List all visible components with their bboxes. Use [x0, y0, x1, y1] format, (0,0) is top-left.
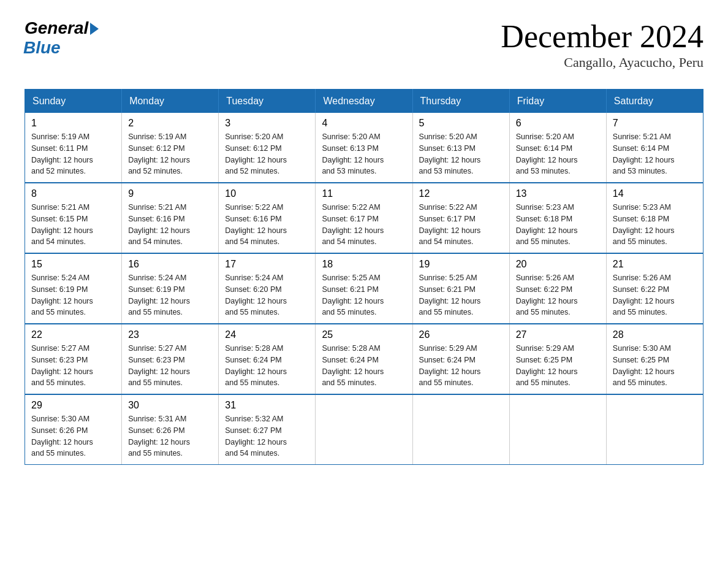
- day-number: 12: [419, 188, 503, 199]
- calendar-empty-cell: [509, 394, 606, 465]
- calendar-day-cell: 6Sunrise: 5:20 AM Sunset: 6:14 PM Daylig…: [509, 113, 606, 183]
- calendar-week-row: 1Sunrise: 5:19 AM Sunset: 6:11 PM Daylig…: [25, 113, 703, 183]
- calendar-day-cell: 28Sunrise: 5:30 AM Sunset: 6:25 PM Dayli…: [606, 324, 703, 394]
- day-number: 7: [613, 118, 697, 129]
- calendar-empty-cell: [316, 394, 412, 465]
- day-info: Sunrise: 5:31 AM Sunset: 6:26 PM Dayligh…: [128, 413, 212, 459]
- calendar-week-row: 29Sunrise: 5:30 AM Sunset: 6:26 PM Dayli…: [25, 394, 703, 465]
- day-info: Sunrise: 5:19 AM Sunset: 6:12 PM Dayligh…: [128, 131, 212, 177]
- logo-arrow-icon: [90, 23, 99, 35]
- day-info: Sunrise: 5:30 AM Sunset: 6:25 PM Dayligh…: [613, 343, 697, 389]
- day-info: Sunrise: 5:22 AM Sunset: 6:17 PM Dayligh…: [322, 202, 406, 248]
- calendar-day-cell: 17Sunrise: 5:24 AM Sunset: 6:20 PM Dayli…: [219, 253, 316, 324]
- day-info: Sunrise: 5:29 AM Sunset: 6:25 PM Dayligh…: [516, 343, 600, 389]
- calendar-day-cell: 4Sunrise: 5:20 AM Sunset: 6:13 PM Daylig…: [316, 113, 412, 183]
- day-number: 8: [31, 188, 115, 199]
- calendar-day-cell: 13Sunrise: 5:23 AM Sunset: 6:18 PM Dayli…: [509, 183, 606, 253]
- calendar-day-cell: 23Sunrise: 5:27 AM Sunset: 6:23 PM Dayli…: [122, 324, 219, 394]
- day-number: 6: [516, 118, 600, 129]
- calendar-empty-cell: [412, 394, 509, 465]
- calendar-day-cell: 14Sunrise: 5:23 AM Sunset: 6:18 PM Dayli…: [606, 183, 703, 253]
- calendar-day-cell: 5Sunrise: 5:20 AM Sunset: 6:13 PM Daylig…: [412, 113, 509, 183]
- calendar-day-cell: 15Sunrise: 5:24 AM Sunset: 6:19 PM Dayli…: [25, 253, 122, 324]
- calendar-day-cell: 20Sunrise: 5:26 AM Sunset: 6:22 PM Dayli…: [509, 253, 606, 324]
- day-number: 3: [225, 118, 309, 129]
- logo-blue-text: Blue: [23, 38, 61, 58]
- calendar-day-cell: 30Sunrise: 5:31 AM Sunset: 6:26 PM Dayli…: [122, 394, 219, 465]
- day-number: 10: [225, 188, 309, 199]
- logo: General Blue: [25, 18, 99, 58]
- header-sunday: Sunday: [25, 90, 122, 113]
- logo-general-text: General: [25, 18, 88, 38]
- calendar-day-cell: 11Sunrise: 5:22 AM Sunset: 6:17 PM Dayli…: [316, 183, 412, 253]
- day-info: Sunrise: 5:28 AM Sunset: 6:24 PM Dayligh…: [322, 343, 406, 389]
- day-number: 31: [225, 400, 309, 411]
- day-number: 15: [31, 259, 115, 270]
- day-info: Sunrise: 5:21 AM Sunset: 6:14 PM Dayligh…: [613, 131, 697, 177]
- day-number: 22: [31, 329, 115, 340]
- calendar-week-row: 22Sunrise: 5:27 AM Sunset: 6:23 PM Dayli…: [25, 324, 703, 394]
- day-number: 28: [613, 329, 697, 340]
- day-number: 5: [419, 118, 503, 129]
- header-saturday: Saturday: [606, 90, 703, 113]
- day-info: Sunrise: 5:20 AM Sunset: 6:13 PM Dayligh…: [419, 131, 503, 177]
- day-number: 11: [322, 188, 406, 199]
- day-number: 1: [31, 118, 115, 129]
- day-number: 30: [128, 400, 212, 411]
- calendar-day-cell: 1Sunrise: 5:19 AM Sunset: 6:11 PM Daylig…: [25, 113, 122, 183]
- day-info: Sunrise: 5:32 AM Sunset: 6:27 PM Dayligh…: [225, 413, 309, 459]
- day-number: 17: [225, 259, 309, 270]
- day-number: 9: [128, 188, 212, 199]
- calendar-day-cell: 22Sunrise: 5:27 AM Sunset: 6:23 PM Dayli…: [25, 324, 122, 394]
- day-info: Sunrise: 5:27 AM Sunset: 6:23 PM Dayligh…: [128, 343, 212, 389]
- day-info: Sunrise: 5:20 AM Sunset: 6:12 PM Dayligh…: [225, 131, 309, 177]
- calendar-day-cell: 18Sunrise: 5:25 AM Sunset: 6:21 PM Dayli…: [316, 253, 412, 324]
- day-info: Sunrise: 5:29 AM Sunset: 6:24 PM Dayligh…: [419, 343, 503, 389]
- calendar-day-cell: 25Sunrise: 5:28 AM Sunset: 6:24 PM Dayli…: [316, 324, 412, 394]
- header-wednesday: Wednesday: [316, 90, 412, 113]
- day-info: Sunrise: 5:24 AM Sunset: 6:19 PM Dayligh…: [128, 272, 212, 318]
- calendar-header-row: SundayMondayTuesdayWednesdayThursdayFrid…: [25, 90, 703, 113]
- day-number: 18: [322, 259, 406, 270]
- day-info: Sunrise: 5:20 AM Sunset: 6:14 PM Dayligh…: [516, 131, 600, 177]
- day-number: 23: [128, 329, 212, 340]
- header-monday: Monday: [122, 90, 219, 113]
- header-thursday: Thursday: [412, 90, 509, 113]
- day-number: 21: [613, 259, 697, 270]
- day-number: 29: [31, 400, 115, 411]
- header-friday: Friday: [509, 90, 606, 113]
- calendar-table: SundayMondayTuesdayWednesdayThursdayFrid…: [25, 89, 703, 465]
- main-title: December 2024: [501, 18, 703, 55]
- calendar-day-cell: 26Sunrise: 5:29 AM Sunset: 6:24 PM Dayli…: [412, 324, 509, 394]
- day-number: 16: [128, 259, 212, 270]
- day-info: Sunrise: 5:24 AM Sunset: 6:19 PM Dayligh…: [31, 272, 115, 318]
- calendar-week-row: 8Sunrise: 5:21 AM Sunset: 6:15 PM Daylig…: [25, 183, 703, 253]
- subtitle: Cangallo, Ayacucho, Peru: [501, 55, 703, 71]
- header-tuesday: Tuesday: [219, 90, 316, 113]
- calendar-day-cell: 2Sunrise: 5:19 AM Sunset: 6:12 PM Daylig…: [122, 113, 219, 183]
- day-number: 25: [322, 329, 406, 340]
- day-info: Sunrise: 5:24 AM Sunset: 6:20 PM Dayligh…: [225, 272, 309, 318]
- calendar-day-cell: 7Sunrise: 5:21 AM Sunset: 6:14 PM Daylig…: [606, 113, 703, 183]
- day-number: 24: [225, 329, 309, 340]
- calendar-day-cell: 24Sunrise: 5:28 AM Sunset: 6:24 PM Dayli…: [219, 324, 316, 394]
- calendar-day-cell: 10Sunrise: 5:22 AM Sunset: 6:16 PM Dayli…: [219, 183, 316, 253]
- day-number: 27: [516, 329, 600, 340]
- calendar-day-cell: 16Sunrise: 5:24 AM Sunset: 6:19 PM Dayli…: [122, 253, 219, 324]
- day-number: 2: [128, 118, 212, 129]
- day-info: Sunrise: 5:23 AM Sunset: 6:18 PM Dayligh…: [516, 202, 600, 248]
- calendar-day-cell: 27Sunrise: 5:29 AM Sunset: 6:25 PM Dayli…: [509, 324, 606, 394]
- title-section: December 2024 Cangallo, Ayacucho, Peru: [501, 18, 703, 71]
- day-info: Sunrise: 5:25 AM Sunset: 6:21 PM Dayligh…: [419, 272, 503, 318]
- calendar-day-cell: 9Sunrise: 5:21 AM Sunset: 6:16 PM Daylig…: [122, 183, 219, 253]
- day-info: Sunrise: 5:23 AM Sunset: 6:18 PM Dayligh…: [613, 202, 697, 248]
- day-info: Sunrise: 5:21 AM Sunset: 6:16 PM Dayligh…: [128, 202, 212, 248]
- calendar-day-cell: 12Sunrise: 5:22 AM Sunset: 6:17 PM Dayli…: [412, 183, 509, 253]
- day-info: Sunrise: 5:21 AM Sunset: 6:15 PM Dayligh…: [31, 202, 115, 248]
- day-info: Sunrise: 5:19 AM Sunset: 6:11 PM Dayligh…: [31, 131, 115, 177]
- day-info: Sunrise: 5:26 AM Sunset: 6:22 PM Dayligh…: [516, 272, 600, 318]
- day-number: 13: [516, 188, 600, 199]
- day-info: Sunrise: 5:20 AM Sunset: 6:13 PM Dayligh…: [322, 131, 406, 177]
- day-info: Sunrise: 5:26 AM Sunset: 6:22 PM Dayligh…: [613, 272, 697, 318]
- day-info: Sunrise: 5:22 AM Sunset: 6:16 PM Dayligh…: [225, 202, 309, 248]
